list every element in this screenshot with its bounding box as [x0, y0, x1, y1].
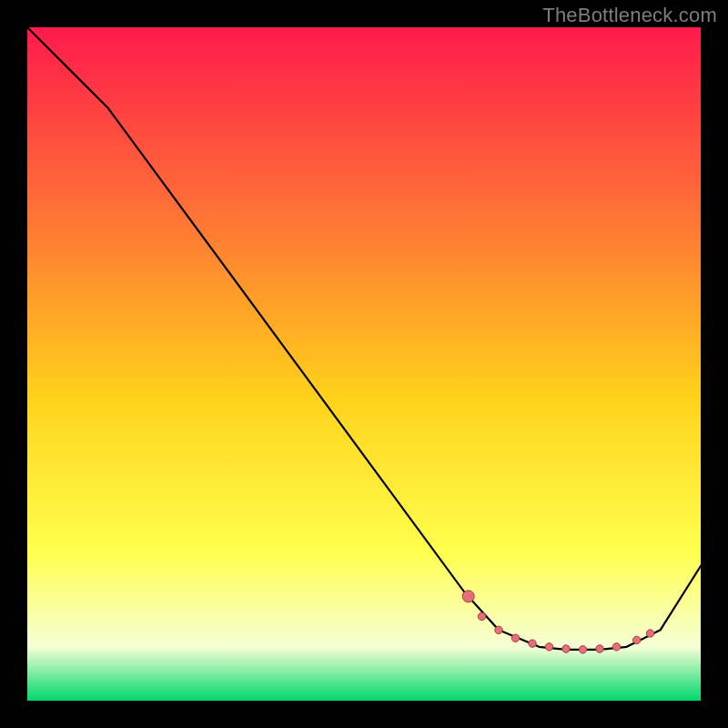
dot — [545, 643, 552, 651]
watermark-text: TheBottleneck.com — [542, 4, 717, 27]
dot — [529, 640, 536, 647]
dot — [511, 634, 519, 642]
dot — [478, 612, 485, 620]
dot — [612, 643, 620, 651]
dot — [579, 646, 586, 653]
dot — [633, 636, 641, 643]
chart-container: { "watermark": "TheBottleneck.com", "col… — [0, 0, 728, 728]
dot — [462, 591, 474, 602]
dot — [495, 626, 502, 633]
dot — [562, 645, 570, 652]
chart-svg — [0, 0, 728, 728]
gradient-panel — [27, 27, 701, 701]
dot — [596, 645, 603, 652]
dot — [646, 630, 653, 637]
